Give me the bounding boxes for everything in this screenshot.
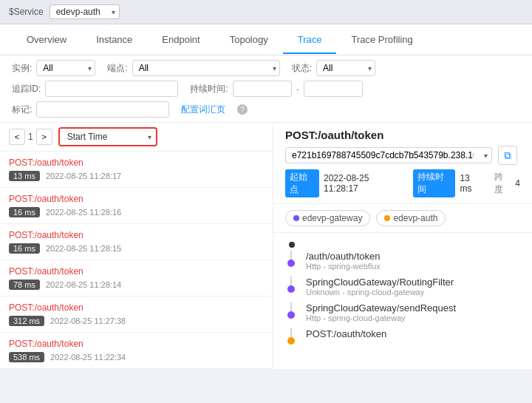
timeline-dot [287, 311, 295, 319]
filter-tag-label: 标记: [12, 104, 32, 116]
timeline-line-col [285, 328, 297, 345]
trace-duration-badge: 312 ms [9, 316, 44, 326]
right-header: POST:/oauth/token e721b169788745509c7cdc… [273, 123, 532, 204]
stat-span-label: 跨度 [494, 171, 511, 196]
filter-instance-wrap: All [36, 60, 95, 76]
copy-button[interactable]: ⧉ [498, 146, 517, 165]
timeline-vline [290, 251, 292, 260]
list-item[interactable]: POST:/oauth/token 538 ms 2022-08-25 11:2… [0, 333, 273, 369]
timeline-span-name: POST:/oauth/token [306, 328, 386, 339]
timeline-span-name: SpringCloudGateway/RoutingFilter [306, 277, 454, 288]
trace-item-meta: 16 ms 2022-08-25 11:28:16 [9, 207, 264, 217]
trace-timeline: /auth/oauth/tokenHttp - spring-webfluxSp… [273, 233, 532, 369]
help-icon[interactable]: ? [237, 104, 248, 115]
trace-duration-badge: 16 ms [9, 243, 40, 254]
tag-dot [384, 215, 390, 221]
trace-time: 2022-08-25 11:22:34 [50, 353, 126, 362]
list-item[interactable]: POST:/oauth/token 13 ms 2022-08-25 11:28… [0, 152, 273, 188]
timeline-span-sub: Http - spring-cloud-gateway [306, 314, 456, 322]
pagination: < 1 > [9, 129, 52, 145]
list-item[interactable]: POST:/oauth/token 312 ms 2022-08-25 11:2… [0, 297, 273, 333]
filter-trace-id-input[interactable] [45, 81, 178, 97]
list-item[interactable]: POST:/oauth/token 16 ms 2022-08-25 11:28… [0, 188, 273, 224]
stat-duration-label: 持续时间 [413, 169, 455, 197]
filter-status-wrap: All [316, 60, 375, 76]
trace-time: 2022-08-25 11:28:16 [46, 208, 121, 217]
timeline-node: SpringCloudGateway/sendRequestHttp - spr… [285, 302, 520, 325]
timeline-dot [287, 260, 295, 267]
content-area: < 1 > Start TimeDuration POST:/oauth/tok… [0, 123, 532, 369]
stat-span: 跨度 4 [494, 171, 520, 196]
tab-topology[interactable]: Topology [215, 27, 283, 54]
timeline-node: SpringCloudGateway/RoutingFilterUnknown … [285, 277, 520, 299]
list-item[interactable]: POST:/oauth/token 16 ms 2022-08-25 11:28… [0, 224, 273, 260]
filter-instance: 实例: All [12, 60, 95, 76]
filter-duration-from[interactable] [233, 81, 292, 97]
service-tag[interactable]: edevp-auth [376, 210, 446, 226]
timeline-vline [290, 277, 292, 285]
trace-item-meta: 13 ms 2022-08-25 11:28:17 [9, 171, 264, 181]
timeline-vline [290, 328, 292, 337]
timeline-content: POST:/oauth/token [306, 328, 386, 342]
tab-endpoint[interactable]: Endpoint [147, 27, 214, 54]
filter-trace-id: 追踪ID: [12, 81, 178, 97]
timeline-content: SpringCloudGateway/sendRequestHttp - spr… [306, 302, 456, 325]
stat-span-value: 4 [515, 178, 520, 189]
service-label: $Service [9, 7, 44, 17]
list-item[interactable]: POST:/oauth/token 78 ms 2022-08-25 11:28… [0, 260, 273, 297]
trace-item-link: POST:/oauth/token [9, 302, 264, 313]
stat-start: 起始点 2022-08-25 11:28:17 [285, 169, 401, 197]
tag-dot [293, 215, 299, 221]
timeline-content: /auth/oauth/tokenHttp - spring-webflux [306, 251, 381, 274]
tab-instance[interactable]: Instance [81, 27, 147, 54]
timeline-line-col [285, 277, 297, 293]
timeline-dot [287, 285, 295, 293]
sort-select-wrap: Start TimeDuration [58, 127, 157, 146]
trace-item-link: POST:/oauth/token [9, 194, 264, 204]
trace-item-meta: 312 ms 2022-08-25 11:27:38 [9, 316, 264, 326]
filter-duration-dash: - [296, 84, 299, 95]
trace-stats-row: 起始点 2022-08-25 11:28:17 持续时间 13 ms 跨度 4 [285, 169, 520, 197]
filter-tag-input[interactable] [36, 101, 169, 118]
tab-overview[interactable]: Overview [12, 27, 81, 54]
stat-duration: 持续时间 13 ms [413, 169, 482, 197]
page-num: 1 [28, 132, 33, 142]
sort-select[interactable]: Start TimeDuration [60, 129, 156, 145]
trace-item-meta: 16 ms 2022-08-25 11:28:15 [9, 243, 264, 254]
filter-endpoint-select[interactable]: All [132, 60, 280, 76]
right-panel: POST:/oauth/token e721b169788745509c7cdc… [273, 123, 532, 369]
tab-trace-profiling[interactable]: Trace Profiling [336, 27, 427, 54]
timeline-vline [290, 302, 292, 311]
filter-duration-to[interactable] [304, 81, 363, 97]
service-tag[interactable]: edevp-gateway [285, 210, 370, 226]
trace-item-meta: 78 ms 2022-08-25 11:28:14 [9, 280, 264, 290]
filter-instance-select[interactable]: All [36, 60, 95, 76]
filter-status-label: 状态: [292, 62, 312, 75]
trace-id-select[interactable]: e721b169788745509c7cdcb7b543579b.238.166… [285, 147, 492, 163]
filter-duration: 持续时间: - [190, 81, 363, 97]
timeline-content: SpringCloudGateway/RoutingFilterUnknown … [306, 277, 454, 299]
tab-trace[interactable]: Trace [283, 27, 337, 54]
service-select[interactable]: edevp-auth [50, 4, 120, 19]
trace-time: 2022-08-25 11:28:17 [46, 172, 121, 180]
page-prev-button[interactable]: < [9, 129, 25, 145]
config-link[interactable]: 配置词汇页 [181, 104, 225, 116]
page-next-button[interactable]: > [36, 129, 52, 145]
filter-status-select[interactable]: All [316, 60, 375, 76]
nav-tabs: Overview Instance Endpoint Topology Trac… [0, 24, 532, 55]
filter-trace-id-label: 追踪ID: [12, 83, 41, 95]
timeline-first-dot [289, 242, 295, 248]
stat-duration-value: 13 ms [460, 173, 482, 194]
filter-instance-label: 实例: [12, 62, 32, 75]
trace-time: 2022-08-25 11:27:38 [50, 316, 126, 325]
service-select-wrap: edevp-auth [50, 4, 120, 19]
tag-label: edevp-auth [393, 213, 437, 223]
service-tags: edevp-gatewayedevp-auth [273, 204, 532, 233]
filter-bar: 实例: All 端点: All 状态: All [0, 55, 532, 123]
filter-endpoint-label: 端点: [107, 62, 127, 75]
trace-item-link: POST:/oauth/token [9, 339, 264, 349]
left-panel: < 1 > Start TimeDuration POST:/oauth/tok… [0, 123, 273, 369]
trace-time: 2022-08-25 11:28:14 [46, 280, 121, 289]
timeline-line-col [285, 302, 297, 319]
trace-duration-badge: 78 ms [9, 280, 40, 290]
